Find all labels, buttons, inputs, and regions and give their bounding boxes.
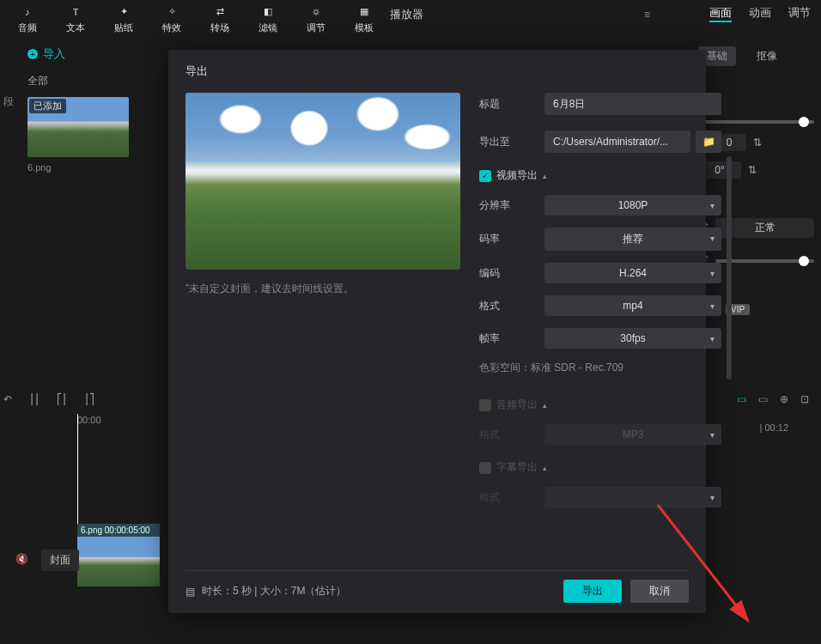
cover-button[interactable]: 封面	[41, 550, 79, 571]
align-icon[interactable]: ⊕	[780, 393, 788, 405]
effect-icon: ✧	[164, 4, 179, 20]
browse-button[interactable]: 📁	[696, 131, 721, 153]
sticker-icon: ✦	[116, 4, 131, 20]
chevron-down-icon: ▾	[710, 301, 715, 311]
text-icon: T	[68, 4, 83, 20]
tool-effect[interactable]: ✧特效	[148, 0, 196, 38]
chevron-down-icon: ▾	[710, 269, 715, 278]
audio-icon: ♪	[20, 4, 35, 20]
path-input[interactable]	[544, 131, 690, 153]
split-icon[interactable]: ⎮⎮	[29, 393, 40, 405]
bitrate-select[interactable]: 推荐▾	[544, 228, 721, 251]
inspector-tabs: 画面 动画 调节	[709, 5, 811, 22]
tool-template[interactable]: ▦模板	[340, 0, 388, 38]
subtitle-checkbox[interactable]	[479, 462, 491, 474]
tool-audio[interactable]: ♪音频	[3, 0, 52, 38]
chevron-down-icon: ▾	[710, 234, 715, 243]
filter-icon: ◧	[260, 4, 276, 20]
export-form: 标题 导出至 📁 ✓ 视频导出 ▴ 分辨率 1080P▾	[479, 93, 721, 519]
clip-header: 6.png 00:00:05:00	[77, 524, 160, 537]
subtitle-format-label: 格式	[479, 490, 534, 505]
tab-canvas[interactable]: 画面	[709, 5, 732, 22]
codec-select[interactable]: H.264▾	[544, 263, 721, 283]
tool-sticker[interactable]: ✦贴纸	[100, 0, 148, 38]
video-checkbox[interactable]: ✓	[479, 170, 491, 182]
tab-adjust[interactable]: 调节	[788, 5, 811, 22]
scrollbar[interactable]	[727, 156, 732, 380]
codec-label: 编码	[479, 266, 534, 281]
resolution-label: 分辨率	[479, 198, 534, 213]
format-label: 格式	[479, 299, 534, 313]
transition-icon: ⇄	[212, 4, 228, 20]
template-icon: ▦	[356, 4, 372, 20]
chevron-up-icon: ▴	[543, 401, 547, 410]
fps-label: 帧率	[479, 331, 534, 346]
bitrate-label: 码率	[479, 232, 534, 246]
media-thumb[interactable]: 已添加 6.png	[27, 97, 129, 173]
trim-left-icon[interactable]: ⎡⎮	[57, 393, 67, 405]
film-icon: ▤	[185, 586, 195, 598]
chevron-up-icon: ▴	[543, 172, 547, 180]
snap-icon[interactable]: ▭	[737, 393, 746, 405]
resolution-select[interactable]: 1080P▾	[544, 195, 721, 216]
title-input[interactable]	[544, 93, 721, 115]
tab-cutout[interactable]: 抠像	[748, 46, 786, 66]
timeline-end-marker: | 00:12	[760, 422, 788, 433]
chevron-down-icon: ▾	[710, 201, 715, 210]
tool-text[interactable]: T文本	[52, 0, 100, 38]
timeline-tools: ↶ ⎮⎮ ⎡⎮ ⎮⎤	[3, 393, 94, 405]
media-panel: + 导入 全部 已添加 6.png	[27, 46, 165, 173]
category-all[interactable]: 全部	[27, 74, 165, 88]
magnet-icon[interactable]: ▭	[758, 393, 768, 405]
import-label: 导入	[43, 46, 65, 62]
export-button[interactable]: 导出	[563, 580, 622, 603]
link-icon-2[interactable]: ⇅	[748, 164, 757, 176]
left-icon-column: 段	[3, 94, 14, 109]
chevron-up-icon: ▴	[543, 464, 547, 472]
footer-info-text: 时长：5 秒 | 大小：7M（估计）	[202, 584, 346, 598]
import-button[interactable]: + 导入	[27, 46, 165, 62]
format-select[interactable]: mp4▾	[544, 295, 721, 316]
tool-transition[interactable]: ⇄转场	[196, 0, 244, 38]
player-panel-label: 播放器	[390, 7, 423, 22]
audio-format-select: MP3▾	[544, 424, 721, 445]
chevron-down-icon: ▾	[710, 493, 715, 502]
mute-icon[interactable]: 🔇	[15, 553, 28, 565]
player-menu-icon[interactable]: ≡	[644, 9, 650, 21]
thumb-image: 已添加	[27, 97, 129, 157]
adjust-icon: ⛭	[308, 4, 324, 20]
subtitle-format-select: ▾	[544, 487, 721, 507]
audio-checkbox[interactable]	[479, 399, 491, 411]
segment-icon[interactable]: 段	[3, 94, 14, 109]
path-label: 导出至	[479, 135, 534, 149]
export-preview	[185, 93, 460, 270]
video-export-section[interactable]: ✓ 视频导出 ▴	[479, 168, 721, 183]
more-icon[interactable]: ⊡	[800, 393, 809, 405]
audio-format-label: 格式	[479, 428, 534, 442]
dialog-footer: ▤ 时长：5 秒 | 大小：7M（估计） 导出 取消	[185, 570, 689, 603]
audio-export-section[interactable]: 音频导出 ▴	[479, 398, 721, 412]
chevron-down-icon: ▾	[710, 334, 715, 343]
thumb-filename: 6.png	[27, 162, 129, 173]
tool-adjust[interactable]: ⛭调节	[292, 0, 340, 38]
fps-select[interactable]: 30fps▾	[544, 328, 721, 349]
preview-caption: "未自定义封面，建议去时间线设置。	[185, 282, 460, 296]
timeline-clip[interactable]: 6.png 00:00:05:00	[77, 524, 160, 586]
added-badge: 已添加	[29, 99, 66, 113]
playhead-time: 00:00	[77, 415, 101, 425]
tab-anim[interactable]: 动画	[749, 5, 771, 22]
chevron-down-icon: ▾	[710, 430, 715, 440]
title-label: 标题	[479, 97, 534, 112]
svg-line-0	[658, 505, 748, 621]
folder-icon: 📁	[702, 136, 715, 148]
dialog-title: 导出	[185, 64, 689, 79]
export-dialog: 导出 "未自定义封面，建议去时间线设置。 标题 导出至 📁 ✓	[168, 50, 706, 613]
tool-filter[interactable]: ◧滤镜	[244, 0, 292, 38]
trim-right-icon[interactable]: ⎮⎤	[84, 393, 94, 405]
undo-icon[interactable]: ↶	[3, 393, 12, 405]
subtitle-export-section[interactable]: 字幕导出 ▴	[479, 460, 721, 475]
clip-thumbnail	[77, 537, 160, 586]
plus-icon: +	[27, 49, 38, 59]
cancel-button[interactable]: 取消	[630, 580, 689, 603]
link-icon[interactable]: ⇅	[753, 137, 762, 149]
